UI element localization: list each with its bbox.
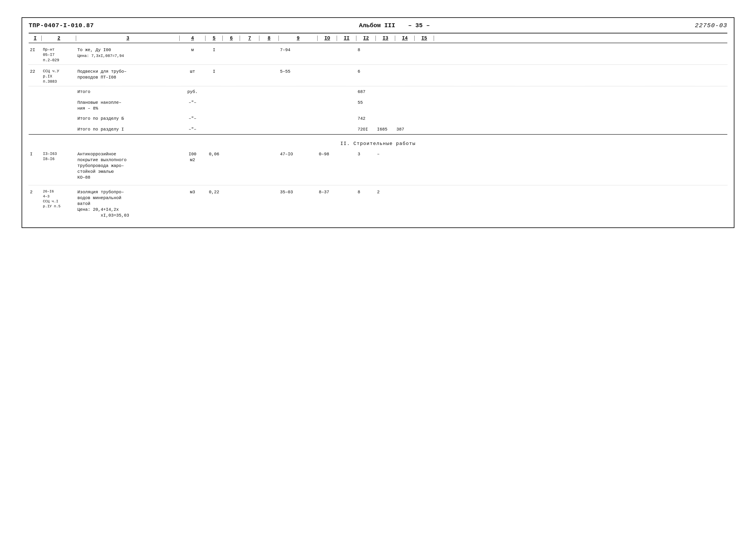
cell-s2-col13: 2 <box>376 189 395 195</box>
cell-row22-col9: 5–55 <box>279 68 317 75</box>
cell-s1-col2: I3–I63I8–I6 <box>41 151 76 162</box>
cell-itogo1r-col1 <box>29 126 41 127</box>
col-header-3: 3 <box>76 36 179 41</box>
cell-row22-col15 <box>415 68 434 69</box>
cell-s1-col9: 47–IO <box>279 151 317 157</box>
cell-itogo1r-col11 <box>337 126 356 127</box>
cell-itogo1-col10 <box>317 88 337 89</box>
cell-itogob-col1 <box>29 115 41 116</box>
cell-row21-col15 <box>415 46 434 47</box>
cell-row21-col14 <box>395 46 415 47</box>
cell-planov-col12: 55 <box>356 99 376 106</box>
cell-s2-col6 <box>223 189 240 190</box>
cell-itogo1-col7 <box>240 88 259 89</box>
cell-s1-col7 <box>240 151 259 152</box>
cell-planov-col10 <box>317 99 337 100</box>
table-row: Плановые накопле–ния – 8% –"– 55 <box>29 97 727 113</box>
cell-planov-col7 <box>240 99 259 100</box>
cell-row22-col6 <box>223 68 240 69</box>
cell-itogo1-col1 <box>29 88 41 89</box>
cell-row22-col3: Подвески для трубо–проводов ПТ–I08 <box>76 68 179 81</box>
cell-itogo1-col14 <box>395 88 415 89</box>
cell-row21-col6 <box>223 46 240 47</box>
cell-s1-col15 <box>415 151 434 152</box>
cell-row21-col12: 8 <box>356 46 376 53</box>
cell-itogo1-col11 <box>337 88 356 89</box>
table-row: I I3–I63I8–I6 Антикоррозийноепокрытие вы… <box>29 149 727 185</box>
col-header-6: 6 <box>223 36 240 41</box>
cell-planov-col13 <box>376 99 395 100</box>
cell-itogob-col6 <box>223 115 240 116</box>
cell-planov-col8 <box>259 99 279 100</box>
cell-row21-col8 <box>259 46 279 47</box>
cell-itogo1r-col13: I685 <box>376 126 395 133</box>
cell-itogo1r-col3: Итого по разделу I <box>76 126 179 133</box>
cell-row22-col13 <box>376 68 395 69</box>
col-header-1: I <box>29 36 41 41</box>
cell-itogo1-col4: руб. <box>179 88 205 95</box>
cell-itogo1-col6 <box>223 88 240 89</box>
cell-itogob-col14 <box>395 115 415 116</box>
table-row: Итого руб. 687 <box>29 86 727 97</box>
cell-itogo1r-col12: 72OI <box>356 126 376 133</box>
cell-row22-col5: I <box>205 68 223 75</box>
col-header-14: I4 <box>395 36 415 41</box>
col-header-10: IO <box>317 36 337 41</box>
cell-itogob-col13 <box>376 115 395 116</box>
cell-itogo1r-col15 <box>415 126 434 127</box>
cell-planov-col1 <box>29 99 41 100</box>
col-header-9: 9 <box>279 36 317 41</box>
cell-s2-col11 <box>337 189 356 190</box>
cell-s2-col8 <box>259 189 279 190</box>
header-album: Альбом III <box>359 22 395 29</box>
cell-s2-col1: 2 <box>29 189 41 195</box>
cell-row21-col10 <box>317 46 337 47</box>
cell-row22-col10 <box>317 68 337 69</box>
col-header-13: I3 <box>376 36 395 41</box>
cell-s2-col15 <box>415 189 434 190</box>
page: ТПР-0407-I-010.87 Альбом III – 35 – 2275… <box>0 0 756 535</box>
col-header-12: I2 <box>356 36 376 41</box>
cell-planov-col14 <box>395 99 415 100</box>
header-separator: – 35 – <box>408 22 430 29</box>
cell-row21-col3: То же, Ду I00Цена: 7,3хI,087=7,94 <box>76 46 179 59</box>
cell-planov-col3: Плановые накопле–ния – 8% <box>76 99 179 112</box>
cell-row22-col2: ССЦ ч.Ур.IXп.3883 <box>41 68 76 85</box>
col-header-5: 5 <box>205 36 223 41</box>
cell-row22-col7 <box>240 68 259 69</box>
cell-row22-col14 <box>395 68 415 69</box>
cell-itogo1-col3: Итого <box>76 88 179 95</box>
inner-content: ТПР-0407-I-010.87 Альбом III – 35 – 2275… <box>22 18 734 227</box>
cell-itogo1r-col7 <box>240 126 259 127</box>
cell-itogob-col2 <box>41 115 76 116</box>
col-header-2: 2 <box>41 36 76 41</box>
col-header-4: 4 <box>179 36 205 41</box>
table-row: 2 26–I64–3ССЦ ч.Iр.IУ п.5 Изоляция трубо… <box>29 185 727 223</box>
cell-itogo1r-col10 <box>317 126 337 127</box>
cell-planov-col4: –"– <box>179 99 205 106</box>
cell-s2-col14 <box>395 189 415 190</box>
cell-row21-col9: 7–94 <box>279 46 317 53</box>
cell-itogo1-col15 <box>415 88 434 89</box>
cell-itogo1-col2 <box>41 88 76 89</box>
cell-row21-col2: Пр–нт05–I7п.2–029 <box>41 46 76 63</box>
cell-itogo1r-col5 <box>205 126 223 127</box>
cell-itogo1-col13 <box>376 88 395 89</box>
cell-s2-col4: м3 <box>179 189 205 195</box>
cell-itogob-col10 <box>317 115 337 116</box>
cell-s1-col13: – <box>376 151 395 157</box>
section-heading-text: II. Строительные работы <box>29 135 727 149</box>
col-header-8: 8 <box>259 36 279 41</box>
cell-s1-col5: 0,06 <box>205 151 223 157</box>
cell-itogo1r-col14: 387 <box>395 126 415 133</box>
table-row: 22 ССЦ ч.Ур.IXп.3883 Подвески для трубо–… <box>29 65 727 86</box>
cell-itogo1-col12: 687 <box>356 88 376 95</box>
cell-s1-col8 <box>259 151 279 152</box>
cell-row21-col5: I <box>205 46 223 53</box>
cell-planov-col5 <box>205 99 223 100</box>
cell-s1-col12: 3 <box>356 151 376 157</box>
data-table: 2I Пр–нт05–I7п.2–029 То же, Ду I00Цена: … <box>29 43 727 223</box>
col-header-7: 7 <box>240 36 259 41</box>
document-border: ТПР-0407-I-010.87 Альбом III – 35 – 2275… <box>21 17 735 228</box>
table-row: Итого по разделу I –"– 72OI I685 387 <box>29 124 727 135</box>
